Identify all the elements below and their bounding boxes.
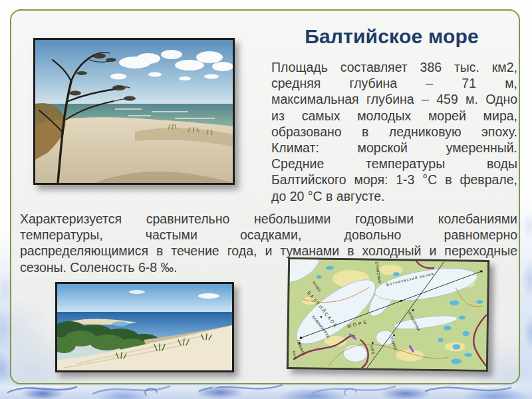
intro-line: образовано в ледниковую эпоху. — [271, 124, 517, 140]
body-line: Характеризуется сравнительно небольшими … — [20, 211, 517, 227]
intro-line: Средние температуры воды — [271, 156, 517, 172]
baltic-map-image: БАЛТИЙСКОЕ МОРЕ Ботнический залив СТОКГО… — [287, 257, 489, 372]
dune-photo-art — [57, 284, 232, 370]
intro-line: максимальная глубина – 459 м. Одно — [271, 91, 517, 107]
page-title: Балтийское море — [265, 25, 519, 48]
intro-line: Балтийского моря: 1-3 °C в феврале, — [271, 172, 517, 188]
baltic-map-art: БАЛТИЙСКОЕ МОРЕ Ботнический залив СТОКГО… — [289, 259, 487, 370]
dune-photo — [55, 282, 234, 372]
beach-photo-art — [35, 40, 233, 183]
intro-line: средняя глубина – 71 м, — [271, 75, 517, 91]
body-line: температуры, частыми осадками, довольно … — [20, 227, 517, 243]
intro-line: до 20 °C в августе. — [271, 188, 517, 204]
intro-line: Климат: морской умеренный. — [271, 140, 517, 156]
intro-line: Площадь составляет 386 тыс. км2, — [271, 59, 517, 75]
intro-line: из самых молодых морей мира, — [271, 108, 517, 124]
intro-paragraph: Площадь составляет 386 тыс. км2, средняя… — [271, 59, 517, 204]
body-line: распределяющимися в течение года, и тума… — [20, 243, 517, 259]
beach-photo — [33, 38, 235, 185]
